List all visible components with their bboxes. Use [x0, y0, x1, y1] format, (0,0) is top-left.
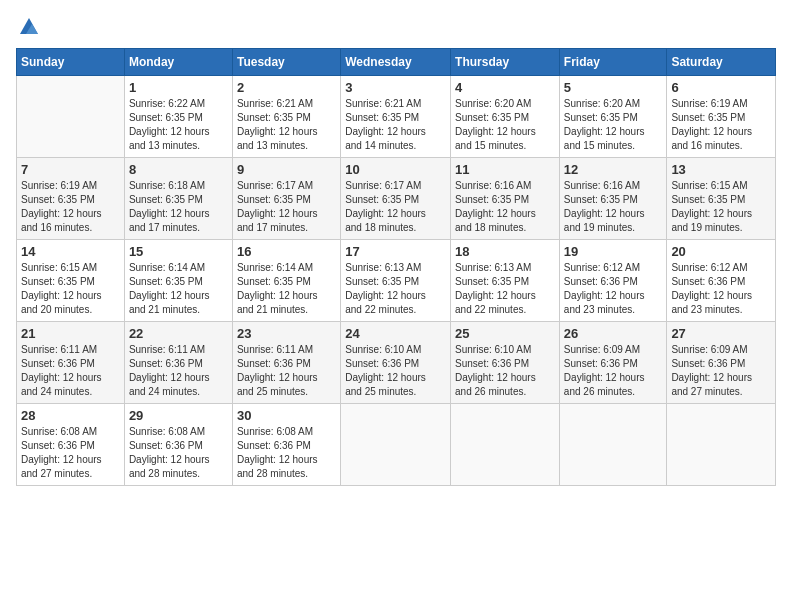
day-info: Sunrise: 6:21 AMSunset: 6:35 PMDaylight:… [345, 97, 446, 153]
day-number: 24 [345, 326, 446, 341]
day-info: Sunrise: 6:08 AMSunset: 6:36 PMDaylight:… [237, 425, 336, 481]
day-info: Sunrise: 6:17 AMSunset: 6:35 PMDaylight:… [345, 179, 446, 235]
calendar-cell: 8Sunrise: 6:18 AMSunset: 6:35 PMDaylight… [124, 158, 232, 240]
day-info: Sunrise: 6:14 AMSunset: 6:35 PMDaylight:… [237, 261, 336, 317]
calendar-week-row: 21Sunrise: 6:11 AMSunset: 6:36 PMDayligh… [17, 322, 776, 404]
calendar-cell: 6Sunrise: 6:19 AMSunset: 6:35 PMDaylight… [667, 76, 776, 158]
day-info: Sunrise: 6:12 AMSunset: 6:36 PMDaylight:… [564, 261, 663, 317]
day-number: 14 [21, 244, 120, 259]
day-info: Sunrise: 6:21 AMSunset: 6:35 PMDaylight:… [237, 97, 336, 153]
day-number: 20 [671, 244, 771, 259]
header-sunday: Sunday [17, 49, 125, 76]
day-number: 10 [345, 162, 446, 177]
day-info: Sunrise: 6:18 AMSunset: 6:35 PMDaylight:… [129, 179, 228, 235]
day-info: Sunrise: 6:10 AMSunset: 6:36 PMDaylight:… [455, 343, 555, 399]
day-number: 4 [455, 80, 555, 95]
calendar-table: Sunday Monday Tuesday Wednesday Thursday… [16, 48, 776, 486]
day-info: Sunrise: 6:11 AMSunset: 6:36 PMDaylight:… [129, 343, 228, 399]
calendar-cell: 10Sunrise: 6:17 AMSunset: 6:35 PMDayligh… [341, 158, 451, 240]
logo-icon [18, 16, 40, 38]
day-number: 25 [455, 326, 555, 341]
day-number: 5 [564, 80, 663, 95]
day-number: 11 [455, 162, 555, 177]
day-info: Sunrise: 6:20 AMSunset: 6:35 PMDaylight:… [455, 97, 555, 153]
header-friday: Friday [559, 49, 667, 76]
page: Sunday Monday Tuesday Wednesday Thursday… [0, 0, 792, 612]
day-number: 22 [129, 326, 228, 341]
day-number: 12 [564, 162, 663, 177]
calendar-cell: 19Sunrise: 6:12 AMSunset: 6:36 PMDayligh… [559, 240, 667, 322]
day-info: Sunrise: 6:09 AMSunset: 6:36 PMDaylight:… [671, 343, 771, 399]
day-number: 9 [237, 162, 336, 177]
day-info: Sunrise: 6:15 AMSunset: 6:35 PMDaylight:… [671, 179, 771, 235]
calendar-week-row: 28Sunrise: 6:08 AMSunset: 6:36 PMDayligh… [17, 404, 776, 486]
calendar-cell [559, 404, 667, 486]
calendar-cell: 11Sunrise: 6:16 AMSunset: 6:35 PMDayligh… [451, 158, 560, 240]
day-number: 18 [455, 244, 555, 259]
calendar-cell: 24Sunrise: 6:10 AMSunset: 6:36 PMDayligh… [341, 322, 451, 404]
calendar-week-row: 14Sunrise: 6:15 AMSunset: 6:35 PMDayligh… [17, 240, 776, 322]
day-info: Sunrise: 6:19 AMSunset: 6:35 PMDaylight:… [21, 179, 120, 235]
day-info: Sunrise: 6:16 AMSunset: 6:35 PMDaylight:… [455, 179, 555, 235]
header-thursday: Thursday [451, 49, 560, 76]
day-number: 1 [129, 80, 228, 95]
day-info: Sunrise: 6:09 AMSunset: 6:36 PMDaylight:… [564, 343, 663, 399]
day-number: 6 [671, 80, 771, 95]
day-number: 27 [671, 326, 771, 341]
calendar-cell [667, 404, 776, 486]
calendar-cell: 30Sunrise: 6:08 AMSunset: 6:36 PMDayligh… [232, 404, 340, 486]
day-number: 15 [129, 244, 228, 259]
header-tuesday: Tuesday [232, 49, 340, 76]
calendar-cell [17, 76, 125, 158]
day-number: 26 [564, 326, 663, 341]
day-info: Sunrise: 6:19 AMSunset: 6:35 PMDaylight:… [671, 97, 771, 153]
calendar-cell: 4Sunrise: 6:20 AMSunset: 6:35 PMDaylight… [451, 76, 560, 158]
day-number: 30 [237, 408, 336, 423]
calendar-cell: 27Sunrise: 6:09 AMSunset: 6:36 PMDayligh… [667, 322, 776, 404]
header-wednesday: Wednesday [341, 49, 451, 76]
calendar-cell [451, 404, 560, 486]
day-number: 7 [21, 162, 120, 177]
day-info: Sunrise: 6:22 AMSunset: 6:35 PMDaylight:… [129, 97, 228, 153]
calendar-cell: 18Sunrise: 6:13 AMSunset: 6:35 PMDayligh… [451, 240, 560, 322]
day-info: Sunrise: 6:14 AMSunset: 6:35 PMDaylight:… [129, 261, 228, 317]
day-info: Sunrise: 6:11 AMSunset: 6:36 PMDaylight:… [21, 343, 120, 399]
day-info: Sunrise: 6:15 AMSunset: 6:35 PMDaylight:… [21, 261, 120, 317]
day-info: Sunrise: 6:16 AMSunset: 6:35 PMDaylight:… [564, 179, 663, 235]
day-number: 19 [564, 244, 663, 259]
calendar-cell: 7Sunrise: 6:19 AMSunset: 6:35 PMDaylight… [17, 158, 125, 240]
calendar-cell: 13Sunrise: 6:15 AMSunset: 6:35 PMDayligh… [667, 158, 776, 240]
calendar-cell: 14Sunrise: 6:15 AMSunset: 6:35 PMDayligh… [17, 240, 125, 322]
day-info: Sunrise: 6:13 AMSunset: 6:35 PMDaylight:… [345, 261, 446, 317]
calendar-cell: 12Sunrise: 6:16 AMSunset: 6:35 PMDayligh… [559, 158, 667, 240]
day-info: Sunrise: 6:17 AMSunset: 6:35 PMDaylight:… [237, 179, 336, 235]
day-number: 8 [129, 162, 228, 177]
day-info: Sunrise: 6:13 AMSunset: 6:35 PMDaylight:… [455, 261, 555, 317]
day-number: 21 [21, 326, 120, 341]
calendar-cell: 1Sunrise: 6:22 AMSunset: 6:35 PMDaylight… [124, 76, 232, 158]
day-number: 23 [237, 326, 336, 341]
day-number: 3 [345, 80, 446, 95]
calendar-cell: 28Sunrise: 6:08 AMSunset: 6:36 PMDayligh… [17, 404, 125, 486]
calendar-cell: 3Sunrise: 6:21 AMSunset: 6:35 PMDaylight… [341, 76, 451, 158]
weekday-header-row: Sunday Monday Tuesday Wednesday Thursday… [17, 49, 776, 76]
calendar-cell: 15Sunrise: 6:14 AMSunset: 6:35 PMDayligh… [124, 240, 232, 322]
day-info: Sunrise: 6:08 AMSunset: 6:36 PMDaylight:… [21, 425, 120, 481]
day-number: 28 [21, 408, 120, 423]
calendar-cell: 16Sunrise: 6:14 AMSunset: 6:35 PMDayligh… [232, 240, 340, 322]
calendar-cell: 17Sunrise: 6:13 AMSunset: 6:35 PMDayligh… [341, 240, 451, 322]
calendar-cell [341, 404, 451, 486]
day-number: 16 [237, 244, 336, 259]
calendar-cell: 2Sunrise: 6:21 AMSunset: 6:35 PMDaylight… [232, 76, 340, 158]
day-info: Sunrise: 6:12 AMSunset: 6:36 PMDaylight:… [671, 261, 771, 317]
calendar-cell: 25Sunrise: 6:10 AMSunset: 6:36 PMDayligh… [451, 322, 560, 404]
header-saturday: Saturday [667, 49, 776, 76]
calendar-week-row: 1Sunrise: 6:22 AMSunset: 6:35 PMDaylight… [17, 76, 776, 158]
calendar-cell: 26Sunrise: 6:09 AMSunset: 6:36 PMDayligh… [559, 322, 667, 404]
calendar-cell: 29Sunrise: 6:08 AMSunset: 6:36 PMDayligh… [124, 404, 232, 486]
day-number: 13 [671, 162, 771, 177]
calendar-cell: 21Sunrise: 6:11 AMSunset: 6:36 PMDayligh… [17, 322, 125, 404]
logo [16, 16, 40, 38]
calendar-cell: 20Sunrise: 6:12 AMSunset: 6:36 PMDayligh… [667, 240, 776, 322]
calendar-cell: 9Sunrise: 6:17 AMSunset: 6:35 PMDaylight… [232, 158, 340, 240]
